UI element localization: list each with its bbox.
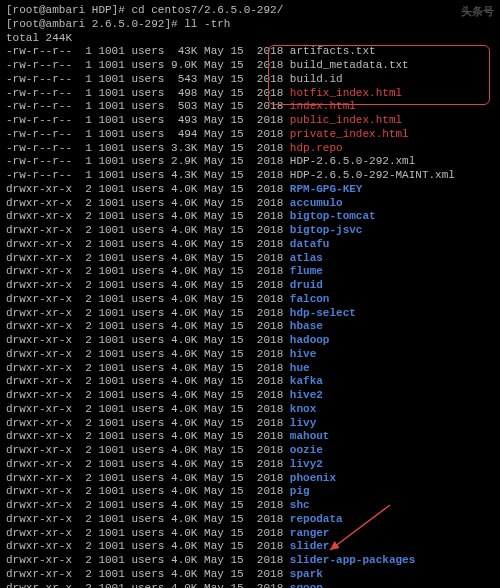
- list-item: -rw-r--r-- 1 1001 users 43K May 15 2018 …: [6, 45, 494, 59]
- command-text: ll -trh: [184, 18, 230, 30]
- file-name: druid: [290, 279, 323, 291]
- file-name: build_metadata.txt: [290, 59, 409, 71]
- prompt-line: [root@ambari 2.6.5.0-292]# ll -trh: [6, 18, 494, 32]
- list-item: -rw-r--r-- 1 1001 users 9.0K May 15 2018…: [6, 59, 494, 73]
- list-item: drwxr-xr-x 2 1001 users 4.0K May 15 2018…: [6, 403, 494, 417]
- total-line: total 244K: [6, 32, 494, 46]
- list-item: drwxr-xr-x 2 1001 users 4.0K May 15 2018…: [6, 348, 494, 362]
- file-name: phoenix: [290, 472, 336, 484]
- list-item: drwxr-xr-x 2 1001 users 4.0K May 15 2018…: [6, 252, 494, 266]
- file-name: mahout: [290, 430, 330, 442]
- file-name: public_index.html: [290, 114, 402, 126]
- file-name: HDP-2.6.5.0-292-MAINT.xml: [290, 169, 455, 181]
- file-name: oozie: [290, 444, 323, 456]
- list-item: drwxr-xr-x 2 1001 users 4.0K May 15 2018…: [6, 224, 494, 238]
- file-name: hdp.repo: [290, 142, 343, 154]
- list-item: drwxr-xr-x 2 1001 users 4.0K May 15 2018…: [6, 293, 494, 307]
- list-item: drwxr-xr-x 2 1001 users 4.0K May 15 2018…: [6, 540, 494, 554]
- list-item: drwxr-xr-x 2 1001 users 4.0K May 15 2018…: [6, 265, 494, 279]
- list-item: drwxr-xr-x 2 1001 users 4.0K May 15 2018…: [6, 568, 494, 582]
- file-name: spark: [290, 568, 323, 580]
- file-name: hotfix_index.html: [290, 87, 402, 99]
- list-item: drwxr-xr-x 2 1001 users 4.0K May 15 2018…: [6, 210, 494, 224]
- list-item: drwxr-xr-x 2 1001 users 4.0K May 15 2018…: [6, 238, 494, 252]
- prompt-host: [root@ambari 2.6.5.0-292]#: [6, 18, 178, 30]
- file-name: build.id: [290, 73, 343, 85]
- file-name: artifacts.txt: [290, 45, 376, 57]
- list-item: drwxr-xr-x 2 1001 users 4.0K May 15 2018…: [6, 527, 494, 541]
- list-item: drwxr-xr-x 2 1001 users 4.0K May 15 2018…: [6, 430, 494, 444]
- prompt-host: [root@ambari HDP]#: [6, 4, 125, 16]
- list-item: drwxr-xr-x 2 1001 users 4.0K May 15 2018…: [6, 444, 494, 458]
- file-name: flume: [290, 265, 323, 277]
- list-item: -rw-r--r-- 1 1001 users 503 May 15 2018 …: [6, 100, 494, 114]
- command-text: cd centos7/2.6.5.0-292/: [131, 4, 283, 16]
- list-item: -rw-r--r-- 1 1001 users 493 May 15 2018 …: [6, 114, 494, 128]
- list-item: drwxr-xr-x 2 1001 users 4.0K May 15 2018…: [6, 554, 494, 568]
- file-name: slider-app-packages: [290, 554, 415, 566]
- list-item: -rw-r--r-- 1 1001 users 494 May 15 2018 …: [6, 128, 494, 142]
- file-name: hdp-select: [290, 307, 356, 319]
- list-item: drwxr-xr-x 2 1001 users 4.0K May 15 2018…: [6, 499, 494, 513]
- file-name: accumulo: [290, 197, 343, 209]
- file-name: slider: [290, 540, 330, 552]
- file-name: bigtop-tomcat: [290, 210, 376, 222]
- list-item: -rw-r--r-- 1 1001 users 2.9K May 15 2018…: [6, 155, 494, 169]
- file-name: bigtop-jsvc: [290, 224, 363, 236]
- file-name: index.html: [290, 100, 356, 112]
- list-item: drwxr-xr-x 2 1001 users 4.0K May 15 2018…: [6, 320, 494, 334]
- list-item: drwxr-xr-x 2 1001 users 4.0K May 15 2018…: [6, 485, 494, 499]
- file-name: pig: [290, 485, 310, 497]
- file-name: sqoop: [290, 582, 323, 589]
- list-item: drwxr-xr-x 2 1001 users 4.0K May 15 2018…: [6, 389, 494, 403]
- terminal[interactable]: 头条号 [root@ambari HDP]# cd centos7/2.6.5.…: [0, 0, 500, 588]
- file-name: hive: [290, 348, 316, 360]
- file-name: shc: [290, 499, 310, 511]
- list-item: drwxr-xr-x 2 1001 users 4.0K May 15 2018…: [6, 307, 494, 321]
- file-name: hadoop: [290, 334, 330, 346]
- file-name: RPM-GPG-KEY: [290, 183, 363, 195]
- list-item: -rw-r--r-- 1 1001 users 543 May 15 2018 …: [6, 73, 494, 87]
- file-name: kafka: [290, 375, 323, 387]
- list-item: drwxr-xr-x 2 1001 users 4.0K May 15 2018…: [6, 375, 494, 389]
- file-name: atlas: [290, 252, 323, 264]
- file-name: knox: [290, 403, 316, 415]
- file-name: repodata: [290, 513, 343, 525]
- list-item: drwxr-xr-x 2 1001 users 4.0K May 15 2018…: [6, 362, 494, 376]
- prompt-line: [root@ambari HDP]# cd centos7/2.6.5.0-29…: [6, 4, 494, 18]
- list-item: drwxr-xr-x 2 1001 users 4.0K May 15 2018…: [6, 582, 494, 589]
- list-item: drwxr-xr-x 2 1001 users 4.0K May 15 2018…: [6, 417, 494, 431]
- file-name: hue: [290, 362, 310, 374]
- file-name: ranger: [290, 527, 330, 539]
- file-name: livy: [290, 417, 316, 429]
- file-name: hive2: [290, 389, 323, 401]
- list-item: drwxr-xr-x 2 1001 users 4.0K May 15 2018…: [6, 334, 494, 348]
- list-item: drwxr-xr-x 2 1001 users 4.0K May 15 2018…: [6, 183, 494, 197]
- list-item: drwxr-xr-x 2 1001 users 4.0K May 15 2018…: [6, 472, 494, 486]
- list-item: -rw-r--r-- 1 1001 users 498 May 15 2018 …: [6, 87, 494, 101]
- watermark-top: 头条号: [461, 6, 494, 20]
- list-item: -rw-r--r-- 1 1001 users 4.3K May 15 2018…: [6, 169, 494, 183]
- file-listing: -rw-r--r-- 1 1001 users 43K May 15 2018 …: [6, 45, 494, 588]
- file-name: HDP-2.6.5.0-292.xml: [290, 155, 415, 167]
- list-item: drwxr-xr-x 2 1001 users 4.0K May 15 2018…: [6, 197, 494, 211]
- list-item: drwxr-xr-x 2 1001 users 4.0K May 15 2018…: [6, 279, 494, 293]
- list-item: -rw-r--r-- 1 1001 users 3.3K May 15 2018…: [6, 142, 494, 156]
- file-name: hbase: [290, 320, 323, 332]
- file-name: falcon: [290, 293, 330, 305]
- file-name: datafu: [290, 238, 330, 250]
- file-name: livy2: [290, 458, 323, 470]
- list-item: drwxr-xr-x 2 1001 users 4.0K May 15 2018…: [6, 513, 494, 527]
- list-item: drwxr-xr-x 2 1001 users 4.0K May 15 2018…: [6, 458, 494, 472]
- file-name: private_index.html: [290, 128, 409, 140]
